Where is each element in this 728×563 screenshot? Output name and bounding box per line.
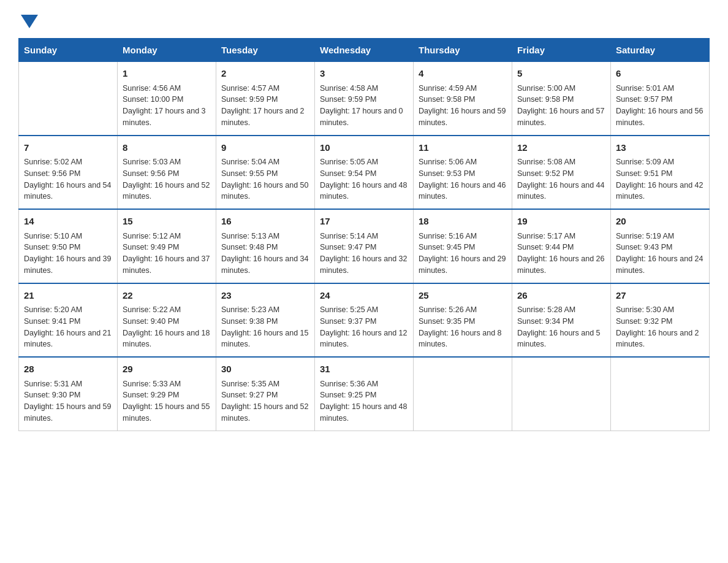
daylight-text: Daylight: 16 hours and 57 minutes. bbox=[517, 105, 605, 129]
daylight-text: Daylight: 16 hours and 12 minutes. bbox=[320, 327, 408, 351]
week-row-4: 21Sunrise: 5:20 AMSunset: 9:41 PMDayligh… bbox=[19, 283, 710, 358]
calendar-cell: 8Sunrise: 5:03 AMSunset: 9:56 PMDaylight… bbox=[118, 136, 216, 210]
calendar-cell: 23Sunrise: 5:23 AMSunset: 9:38 PMDayligh… bbox=[216, 283, 315, 358]
calendar-cell bbox=[19, 62, 118, 136]
sunrise-text: Sunrise: 5:31 AM bbox=[24, 378, 112, 390]
week-row-3: 14Sunrise: 5:10 AMSunset: 9:50 PMDayligh… bbox=[19, 209, 710, 283]
calendar-cell: 2Sunrise: 4:57 AMSunset: 9:59 PMDaylight… bbox=[216, 62, 315, 136]
day-number: 21 bbox=[24, 289, 112, 303]
calendar-cell: 10Sunrise: 5:05 AMSunset: 9:54 PMDayligh… bbox=[315, 136, 414, 210]
daylight-text: Daylight: 17 hours and 2 minutes. bbox=[221, 105, 309, 129]
daylight-text: Daylight: 16 hours and 24 minutes. bbox=[616, 253, 704, 277]
day-number: 3 bbox=[320, 67, 408, 81]
sunset-text: Sunset: 9:53 PM bbox=[419, 168, 507, 180]
daylight-text: Daylight: 16 hours and 59 minutes. bbox=[419, 105, 507, 129]
sunset-text: Sunset: 9:35 PM bbox=[419, 316, 507, 327]
sunrise-text: Sunrise: 5:08 AM bbox=[517, 156, 605, 168]
day-number: 17 bbox=[320, 215, 408, 229]
daylight-text: Daylight: 16 hours and 5 minutes. bbox=[517, 327, 605, 351]
sunset-text: Sunset: 9:30 PM bbox=[24, 389, 112, 401]
sunrise-text: Sunrise: 5:12 AM bbox=[123, 231, 211, 242]
sunset-text: Sunset: 9:32 PM bbox=[616, 316, 704, 327]
sunset-text: Sunset: 9:25 PM bbox=[320, 389, 408, 401]
daylight-text: Daylight: 16 hours and 48 minutes. bbox=[320, 180, 408, 203]
sunset-text: Sunset: 9:47 PM bbox=[320, 242, 408, 253]
sunset-text: Sunset: 9:38 PM bbox=[221, 316, 309, 327]
daylight-text: Daylight: 16 hours and 15 minutes. bbox=[221, 327, 309, 351]
weekday-header-friday: Friday bbox=[512, 39, 611, 62]
sunrise-text: Sunrise: 4:59 AM bbox=[419, 83, 507, 94]
daylight-text: Daylight: 17 hours and 3 minutes. bbox=[123, 105, 211, 129]
day-number: 1 bbox=[123, 67, 211, 81]
sunrise-text: Sunrise: 5:04 AM bbox=[221, 156, 309, 168]
daylight-text: Daylight: 17 hours and 0 minutes. bbox=[320, 105, 408, 129]
weekday-header-monday: Monday bbox=[118, 39, 216, 62]
day-number: 4 bbox=[419, 67, 507, 81]
week-row-1: 1Sunrise: 4:56 AMSunset: 10:00 PMDayligh… bbox=[19, 62, 710, 136]
sunset-text: Sunset: 9:58 PM bbox=[517, 94, 605, 105]
daylight-text: Daylight: 16 hours and 32 minutes. bbox=[320, 253, 408, 277]
sunset-text: Sunset: 9:41 PM bbox=[24, 316, 112, 327]
day-number: 15 bbox=[123, 215, 211, 229]
daylight-text: Daylight: 16 hours and 34 minutes. bbox=[221, 253, 309, 277]
sunset-text: Sunset: 9:49 PM bbox=[123, 242, 211, 253]
week-row-5: 28Sunrise: 5:31 AMSunset: 9:30 PMDayligh… bbox=[19, 357, 710, 431]
calendar-cell: 26Sunrise: 5:28 AMSunset: 9:34 PMDayligh… bbox=[512, 283, 611, 358]
day-number: 2 bbox=[221, 67, 309, 81]
sunset-text: Sunset: 9:40 PM bbox=[123, 316, 211, 327]
calendar-cell: 19Sunrise: 5:17 AMSunset: 9:44 PMDayligh… bbox=[512, 209, 611, 283]
day-number: 18 bbox=[419, 215, 507, 229]
logo bbox=[18, 12, 38, 26]
sunrise-text: Sunrise: 5:10 AM bbox=[24, 231, 112, 242]
calendar-cell: 18Sunrise: 5:16 AMSunset: 9:45 PMDayligh… bbox=[414, 209, 512, 283]
sunrise-text: Sunrise: 5:28 AM bbox=[517, 304, 605, 316]
daylight-text: Daylight: 16 hours and 37 minutes. bbox=[123, 253, 211, 277]
day-number: 25 bbox=[419, 289, 507, 303]
sunrise-text: Sunrise: 5:13 AM bbox=[221, 231, 309, 242]
daylight-text: Daylight: 16 hours and 44 minutes. bbox=[517, 180, 605, 203]
sunset-text: Sunset: 9:59 PM bbox=[320, 94, 408, 105]
sunrise-text: Sunrise: 5:36 AM bbox=[320, 378, 408, 390]
day-number: 16 bbox=[221, 215, 309, 229]
weekday-header-row: SundayMondayTuesdayWednesdayThursdayFrid… bbox=[19, 39, 710, 62]
calendar-cell: 17Sunrise: 5:14 AMSunset: 9:47 PMDayligh… bbox=[315, 209, 414, 283]
sunset-text: Sunset: 9:59 PM bbox=[221, 94, 309, 105]
day-number: 22 bbox=[123, 289, 211, 303]
calendar-cell: 7Sunrise: 5:02 AMSunset: 9:56 PMDaylight… bbox=[19, 136, 118, 210]
daylight-text: Daylight: 16 hours and 56 minutes. bbox=[616, 105, 704, 129]
sunrise-text: Sunrise: 4:56 AM bbox=[123, 83, 211, 94]
calendar-cell: 15Sunrise: 5:12 AMSunset: 9:49 PMDayligh… bbox=[118, 209, 216, 283]
weekday-header-wednesday: Wednesday bbox=[315, 39, 414, 62]
day-number: 29 bbox=[123, 362, 211, 377]
sunset-text: Sunset: 9:37 PM bbox=[320, 316, 408, 327]
sunset-text: Sunset: 9:55 PM bbox=[221, 168, 309, 180]
weekday-header-thursday: Thursday bbox=[414, 39, 512, 62]
day-number: 14 bbox=[24, 215, 112, 229]
daylight-text: Daylight: 16 hours and 29 minutes. bbox=[419, 253, 507, 277]
sunset-text: Sunset: 9:50 PM bbox=[24, 242, 112, 253]
sunset-text: Sunset: 9:34 PM bbox=[517, 316, 605, 327]
sunset-text: Sunset: 9:43 PM bbox=[616, 242, 704, 253]
sunset-text: Sunset: 9:51 PM bbox=[616, 168, 704, 180]
calendar-cell: 21Sunrise: 5:20 AMSunset: 9:41 PMDayligh… bbox=[19, 283, 118, 358]
day-number: 9 bbox=[221, 141, 309, 155]
calendar-cell: 30Sunrise: 5:35 AMSunset: 9:27 PMDayligh… bbox=[216, 357, 315, 431]
daylight-text: Daylight: 15 hours and 52 minutes. bbox=[221, 401, 309, 424]
calendar-cell: 6Sunrise: 5:01 AMSunset: 9:57 PMDaylight… bbox=[611, 62, 710, 136]
day-number: 8 bbox=[123, 141, 211, 155]
sunrise-text: Sunrise: 5:06 AM bbox=[419, 156, 507, 168]
sunrise-text: Sunrise: 5:30 AM bbox=[616, 304, 704, 316]
sunset-text: Sunset: 9:56 PM bbox=[24, 168, 112, 180]
daylight-text: Daylight: 16 hours and 2 minutes. bbox=[616, 327, 704, 351]
calendar-cell: 13Sunrise: 5:09 AMSunset: 9:51 PMDayligh… bbox=[611, 136, 710, 210]
sunrise-text: Sunrise: 5:25 AM bbox=[320, 304, 408, 316]
calendar-cell: 16Sunrise: 5:13 AMSunset: 9:48 PMDayligh… bbox=[216, 209, 315, 283]
sunrise-text: Sunrise: 5:03 AM bbox=[123, 156, 211, 168]
day-number: 13 bbox=[616, 141, 704, 155]
sunrise-text: Sunrise: 5:02 AM bbox=[24, 156, 112, 168]
calendar-cell: 9Sunrise: 5:04 AMSunset: 9:55 PMDaylight… bbox=[216, 136, 315, 210]
calendar-cell bbox=[611, 357, 710, 431]
sunrise-text: Sunrise: 5:19 AM bbox=[616, 231, 704, 242]
calendar-cell: 4Sunrise: 4:59 AMSunset: 9:58 PMDaylight… bbox=[414, 62, 512, 136]
daylight-text: Daylight: 16 hours and 42 minutes. bbox=[616, 180, 704, 203]
